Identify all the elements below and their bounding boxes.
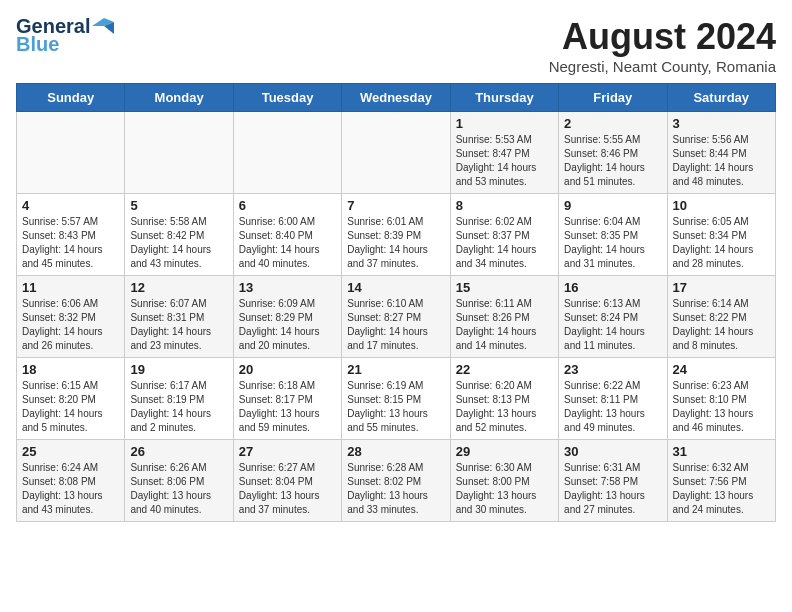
calendar-cell bbox=[17, 112, 125, 194]
day-number: 21 bbox=[347, 362, 444, 377]
col-header-sunday: Sunday bbox=[17, 84, 125, 112]
calendar-week-5: 25Sunrise: 6:24 AM Sunset: 8:08 PM Dayli… bbox=[17, 440, 776, 522]
day-info: Sunrise: 6:18 AM Sunset: 8:17 PM Dayligh… bbox=[239, 379, 336, 435]
day-number: 4 bbox=[22, 198, 119, 213]
day-info: Sunrise: 6:07 AM Sunset: 8:31 PM Dayligh… bbox=[130, 297, 227, 353]
calendar-cell: 25Sunrise: 6:24 AM Sunset: 8:08 PM Dayli… bbox=[17, 440, 125, 522]
day-info: Sunrise: 6:22 AM Sunset: 8:11 PM Dayligh… bbox=[564, 379, 661, 435]
calendar-cell: 11Sunrise: 6:06 AM Sunset: 8:32 PM Dayli… bbox=[17, 276, 125, 358]
day-info: Sunrise: 6:04 AM Sunset: 8:35 PM Dayligh… bbox=[564, 215, 661, 271]
day-number: 14 bbox=[347, 280, 444, 295]
day-number: 2 bbox=[564, 116, 661, 131]
calendar-cell: 20Sunrise: 6:18 AM Sunset: 8:17 PM Dayli… bbox=[233, 358, 341, 440]
day-info: Sunrise: 6:31 AM Sunset: 7:58 PM Dayligh… bbox=[564, 461, 661, 517]
day-info: Sunrise: 5:58 AM Sunset: 8:42 PM Dayligh… bbox=[130, 215, 227, 271]
day-info: Sunrise: 5:55 AM Sunset: 8:46 PM Dayligh… bbox=[564, 133, 661, 189]
logo-bird-icon bbox=[92, 18, 114, 34]
day-number: 13 bbox=[239, 280, 336, 295]
calendar-cell: 4Sunrise: 5:57 AM Sunset: 8:43 PM Daylig… bbox=[17, 194, 125, 276]
day-number: 26 bbox=[130, 444, 227, 459]
col-header-thursday: Thursday bbox=[450, 84, 558, 112]
calendar-cell: 10Sunrise: 6:05 AM Sunset: 8:34 PM Dayli… bbox=[667, 194, 775, 276]
day-number: 28 bbox=[347, 444, 444, 459]
logo: General Blue bbox=[16, 16, 114, 54]
day-number: 25 bbox=[22, 444, 119, 459]
day-info: Sunrise: 6:00 AM Sunset: 8:40 PM Dayligh… bbox=[239, 215, 336, 271]
calendar-cell: 31Sunrise: 6:32 AM Sunset: 7:56 PM Dayli… bbox=[667, 440, 775, 522]
day-number: 17 bbox=[673, 280, 770, 295]
day-info: Sunrise: 6:17 AM Sunset: 8:19 PM Dayligh… bbox=[130, 379, 227, 435]
calendar-cell: 18Sunrise: 6:15 AM Sunset: 8:20 PM Dayli… bbox=[17, 358, 125, 440]
day-info: Sunrise: 6:20 AM Sunset: 8:13 PM Dayligh… bbox=[456, 379, 553, 435]
day-info: Sunrise: 6:24 AM Sunset: 8:08 PM Dayligh… bbox=[22, 461, 119, 517]
day-number: 12 bbox=[130, 280, 227, 295]
calendar-cell: 12Sunrise: 6:07 AM Sunset: 8:31 PM Dayli… bbox=[125, 276, 233, 358]
calendar-cell: 9Sunrise: 6:04 AM Sunset: 8:35 PM Daylig… bbox=[559, 194, 667, 276]
day-number: 23 bbox=[564, 362, 661, 377]
day-number: 22 bbox=[456, 362, 553, 377]
day-info: Sunrise: 6:19 AM Sunset: 8:15 PM Dayligh… bbox=[347, 379, 444, 435]
logo-blue: Blue bbox=[16, 34, 59, 54]
calendar-cell: 29Sunrise: 6:30 AM Sunset: 8:00 PM Dayli… bbox=[450, 440, 558, 522]
day-info: Sunrise: 6:02 AM Sunset: 8:37 PM Dayligh… bbox=[456, 215, 553, 271]
calendar-cell: 14Sunrise: 6:10 AM Sunset: 8:27 PM Dayli… bbox=[342, 276, 450, 358]
calendar-cell bbox=[125, 112, 233, 194]
day-number: 5 bbox=[130, 198, 227, 213]
day-info: Sunrise: 6:23 AM Sunset: 8:10 PM Dayligh… bbox=[673, 379, 770, 435]
calendar-cell: 30Sunrise: 6:31 AM Sunset: 7:58 PM Dayli… bbox=[559, 440, 667, 522]
calendar-cell: 24Sunrise: 6:23 AM Sunset: 8:10 PM Dayli… bbox=[667, 358, 775, 440]
calendar-week-2: 4Sunrise: 5:57 AM Sunset: 8:43 PM Daylig… bbox=[17, 194, 776, 276]
day-number: 3 bbox=[673, 116, 770, 131]
day-number: 31 bbox=[673, 444, 770, 459]
day-info: Sunrise: 6:26 AM Sunset: 8:06 PM Dayligh… bbox=[130, 461, 227, 517]
calendar-cell: 21Sunrise: 6:19 AM Sunset: 8:15 PM Dayli… bbox=[342, 358, 450, 440]
calendar-cell: 19Sunrise: 6:17 AM Sunset: 8:19 PM Dayli… bbox=[125, 358, 233, 440]
calendar-week-4: 18Sunrise: 6:15 AM Sunset: 8:20 PM Dayli… bbox=[17, 358, 776, 440]
day-number: 24 bbox=[673, 362, 770, 377]
day-number: 16 bbox=[564, 280, 661, 295]
location-subtitle: Negresti, Neamt County, Romania bbox=[549, 58, 776, 75]
day-number: 7 bbox=[347, 198, 444, 213]
title-area: August 2024 Negresti, Neamt County, Roma… bbox=[549, 16, 776, 75]
day-info: Sunrise: 6:10 AM Sunset: 8:27 PM Dayligh… bbox=[347, 297, 444, 353]
col-header-wednesday: Wednesday bbox=[342, 84, 450, 112]
day-number: 20 bbox=[239, 362, 336, 377]
day-number: 9 bbox=[564, 198, 661, 213]
calendar-cell: 13Sunrise: 6:09 AM Sunset: 8:29 PM Dayli… bbox=[233, 276, 341, 358]
day-number: 18 bbox=[22, 362, 119, 377]
calendar-cell: 22Sunrise: 6:20 AM Sunset: 8:13 PM Dayli… bbox=[450, 358, 558, 440]
calendar-week-3: 11Sunrise: 6:06 AM Sunset: 8:32 PM Dayli… bbox=[17, 276, 776, 358]
calendar-cell: 23Sunrise: 6:22 AM Sunset: 8:11 PM Dayli… bbox=[559, 358, 667, 440]
calendar-header-row: SundayMondayTuesdayWednesdayThursdayFrid… bbox=[17, 84, 776, 112]
day-info: Sunrise: 6:05 AM Sunset: 8:34 PM Dayligh… bbox=[673, 215, 770, 271]
calendar-cell: 1Sunrise: 5:53 AM Sunset: 8:47 PM Daylig… bbox=[450, 112, 558, 194]
calendar-cell: 6Sunrise: 6:00 AM Sunset: 8:40 PM Daylig… bbox=[233, 194, 341, 276]
day-number: 10 bbox=[673, 198, 770, 213]
day-number: 11 bbox=[22, 280, 119, 295]
col-header-saturday: Saturday bbox=[667, 84, 775, 112]
day-number: 29 bbox=[456, 444, 553, 459]
calendar-cell: 2Sunrise: 5:55 AM Sunset: 8:46 PM Daylig… bbox=[559, 112, 667, 194]
calendar-cell: 5Sunrise: 5:58 AM Sunset: 8:42 PM Daylig… bbox=[125, 194, 233, 276]
day-number: 27 bbox=[239, 444, 336, 459]
day-number: 15 bbox=[456, 280, 553, 295]
calendar-cell: 7Sunrise: 6:01 AM Sunset: 8:39 PM Daylig… bbox=[342, 194, 450, 276]
day-info: Sunrise: 5:53 AM Sunset: 8:47 PM Dayligh… bbox=[456, 133, 553, 189]
calendar-cell: 16Sunrise: 6:13 AM Sunset: 8:24 PM Dayli… bbox=[559, 276, 667, 358]
day-info: Sunrise: 6:30 AM Sunset: 8:00 PM Dayligh… bbox=[456, 461, 553, 517]
day-info: Sunrise: 6:01 AM Sunset: 8:39 PM Dayligh… bbox=[347, 215, 444, 271]
day-info: Sunrise: 6:06 AM Sunset: 8:32 PM Dayligh… bbox=[22, 297, 119, 353]
calendar-cell: 28Sunrise: 6:28 AM Sunset: 8:02 PM Dayli… bbox=[342, 440, 450, 522]
day-info: Sunrise: 5:56 AM Sunset: 8:44 PM Dayligh… bbox=[673, 133, 770, 189]
calendar-cell: 8Sunrise: 6:02 AM Sunset: 8:37 PM Daylig… bbox=[450, 194, 558, 276]
calendar-table: SundayMondayTuesdayWednesdayThursdayFrid… bbox=[16, 83, 776, 522]
day-info: Sunrise: 6:13 AM Sunset: 8:24 PM Dayligh… bbox=[564, 297, 661, 353]
day-info: Sunrise: 6:27 AM Sunset: 8:04 PM Dayligh… bbox=[239, 461, 336, 517]
calendar-cell bbox=[233, 112, 341, 194]
day-number: 8 bbox=[456, 198, 553, 213]
page-header: General Blue August 2024 Negresti, Neamt… bbox=[16, 16, 776, 75]
col-header-friday: Friday bbox=[559, 84, 667, 112]
calendar-cell: 27Sunrise: 6:27 AM Sunset: 8:04 PM Dayli… bbox=[233, 440, 341, 522]
day-number: 6 bbox=[239, 198, 336, 213]
day-info: Sunrise: 6:15 AM Sunset: 8:20 PM Dayligh… bbox=[22, 379, 119, 435]
